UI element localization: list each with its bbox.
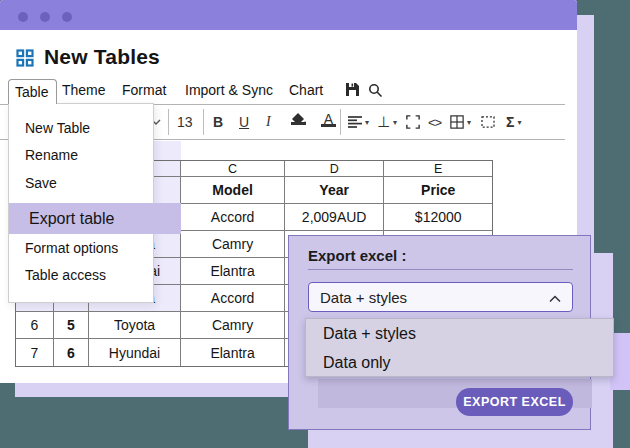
fill-color-bar [291, 122, 306, 125]
window-dot-icon[interactable] [18, 12, 28, 22]
cell[interactable]: Accord [181, 204, 285, 231]
menu-chart[interactable]: Chart [289, 82, 323, 98]
export-dialog-title: Export excel : [308, 247, 406, 264]
row-number-cell[interactable]: 6 [16, 312, 54, 339]
cell[interactable]: $12000 [384, 204, 492, 231]
menu-item-export-table[interactable]: Export table [9, 203, 181, 234]
chevron-up-icon [549, 289, 561, 306]
page-title: New Tables [44, 45, 160, 69]
cell[interactable]: Year [285, 177, 385, 204]
cell[interactable]: Accord [181, 285, 285, 312]
row-number-cell[interactable]: 7 [16, 339, 54, 366]
cell[interactable]: Price [384, 177, 492, 204]
screen: New Tables Theme Format Import & Sync Ch… [0, 0, 630, 448]
menu-format[interactable]: Format [122, 82, 166, 98]
menu-import-sync[interactable]: Import & Sync [185, 82, 273, 98]
menu-theme[interactable]: Theme [62, 82, 106, 98]
export-excel-button[interactable]: EXPORT EXCEL [456, 388, 573, 416]
merge-cells-icon[interactable] [481, 105, 495, 139]
fill-color-icon[interactable] [291, 105, 307, 139]
cell[interactable]: Model [181, 177, 285, 204]
cell[interactable]: Toyota [89, 312, 182, 339]
cell[interactable]: Elantra [181, 258, 285, 285]
menu-item-new-table[interactable]: New Table [9, 118, 153, 138]
column-letter[interactable]: E [384, 161, 492, 177]
table-menu-dropdown: New Table Rename Save Export table Forma… [8, 103, 154, 303]
column-letter[interactable]: C [181, 161, 285, 177]
cell[interactable]: Hyundai [89, 339, 182, 366]
dialog-divider [308, 269, 573, 270]
cell[interactable]: Elantra [181, 339, 285, 366]
option-data-styles[interactable]: Data + styles [306, 319, 613, 348]
sum-function-icon[interactable]: Σ▾ [506, 105, 521, 139]
export-format-select[interactable]: Data + styles [308, 282, 573, 312]
menu-item-rename[interactable]: Rename [9, 145, 153, 165]
export-format-value: Data + styles [320, 289, 407, 306]
toolbar-divider [340, 109, 341, 135]
selection-corners-icon[interactable] [406, 105, 420, 139]
window-dot-icon[interactable] [40, 12, 50, 22]
menu-item-save[interactable]: Save [9, 173, 153, 193]
borders-grid-icon[interactable]: ▾ [450, 105, 471, 139]
column-letter[interactable]: D [285, 161, 385, 177]
grid-app-icon [16, 49, 34, 71]
cell[interactable]: 6 [54, 339, 89, 366]
option-data-only[interactable]: Data only [306, 348, 613, 377]
cell[interactable]: 2,009AUD [285, 204, 385, 231]
search-icon[interactable] [368, 83, 383, 102]
cell[interactable]: 5 [54, 312, 89, 339]
code-icon[interactable]: <> [428, 105, 441, 139]
cell[interactable]: Camry [181, 312, 285, 339]
vertical-align-icon[interactable]: ⊥▾ [377, 105, 397, 139]
cell[interactable]: Camry [181, 231, 285, 258]
horizontal-align-icon[interactable]: ▾ [348, 105, 369, 139]
menu-item-format-options[interactable]: Format options [9, 238, 153, 258]
underline-button[interactable]: U [239, 105, 249, 139]
title-bar [0, 0, 577, 30]
font-size-value[interactable]: 13 [177, 105, 193, 139]
window-dot-icon[interactable] [62, 12, 72, 22]
italic-button[interactable]: I [266, 105, 271, 139]
text-color-bar [321, 124, 336, 127]
menu-item-table-access[interactable]: Table access [9, 265, 153, 285]
export-format-options-list: Data + styles Data only [305, 318, 614, 377]
menu-table-tab[interactable]: Table [8, 79, 57, 104]
toolbar-divider [203, 109, 204, 135]
save-icon[interactable] [345, 82, 360, 101]
toolbar-divider [168, 109, 169, 135]
bold-button[interactable]: B [213, 105, 223, 139]
text-color-button[interactable]: A [321, 105, 336, 139]
